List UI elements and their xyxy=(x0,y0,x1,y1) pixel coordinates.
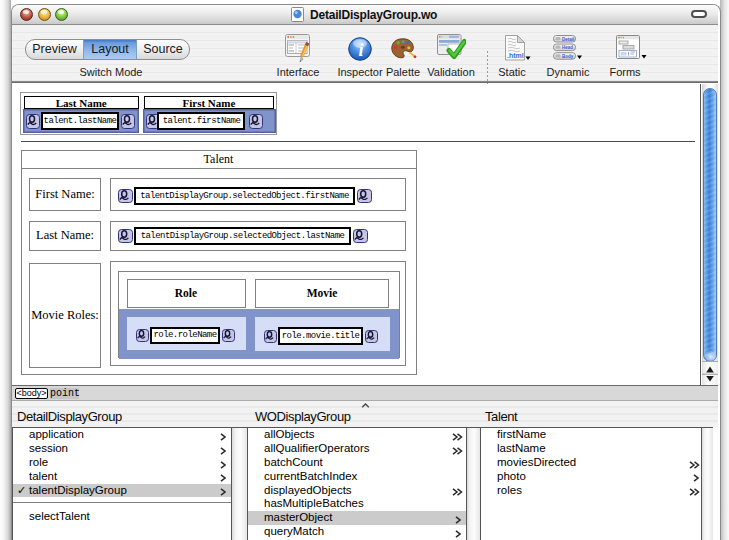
svg-text:i: i xyxy=(358,40,363,60)
svg-text:Detail: Detail xyxy=(562,37,574,42)
svg-text:.html: .html xyxy=(507,52,524,59)
svg-text:Body: Body xyxy=(562,54,574,59)
svg-text:Head: Head xyxy=(562,45,573,50)
